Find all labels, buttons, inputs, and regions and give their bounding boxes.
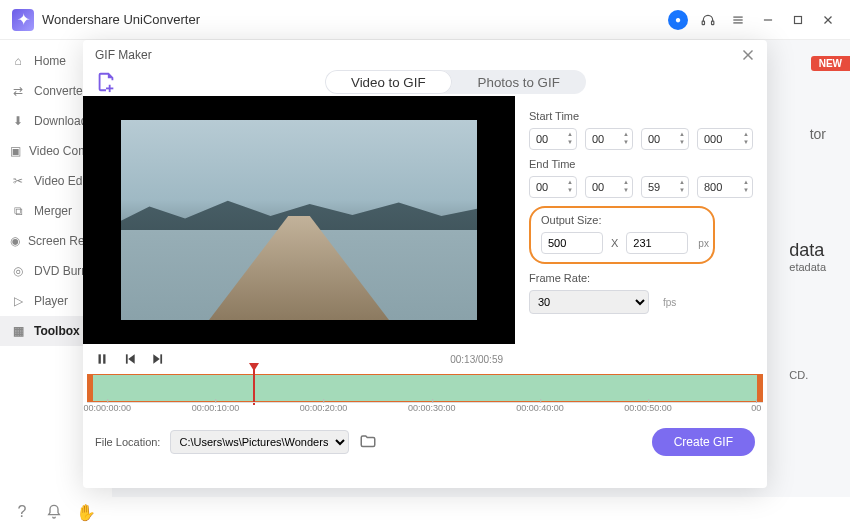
dimension-separator: X [611,237,618,249]
ruler-tick: 00 [751,403,761,413]
file-location-label: File Location: [95,436,160,448]
mode-tabs: Video to GIF Photos to GIF [325,70,586,94]
background-text: tor data etadata CD. [789,206,826,381]
pause-icon[interactable] [95,352,109,366]
spin-down-icon[interactable]: ▼ [565,187,575,195]
spin-down-icon[interactable]: ▼ [621,187,631,195]
svg-rect-16 [160,354,162,363]
headset-icon[interactable] [698,10,718,30]
app-logo: ✦ [12,9,34,31]
record-icon: ◉ [10,233,20,249]
tab-photos-to-gif[interactable]: Photos to GIF [452,70,586,94]
spin-down-icon[interactable]: ▼ [621,139,631,147]
output-size-label: Output Size: [541,214,703,226]
close-window-icon[interactable] [818,10,838,30]
fps-unit: fps [663,297,676,308]
folder-icon[interactable] [359,433,377,451]
create-gif-button[interactable]: Create GIF [652,428,755,456]
framerate-label: Frame Rate: [529,272,753,284]
playhead[interactable] [253,367,255,405]
output-height-input[interactable] [626,232,688,254]
spin-up-icon[interactable]: ▲ [677,131,687,139]
end-time-label: End Time [529,158,753,170]
px-unit: px [698,238,709,249]
framerate-select[interactable]: 30 [529,290,649,314]
svg-rect-15 [126,354,128,363]
app-title: Wondershare UniConverter [42,12,200,27]
menu-icon[interactable] [728,10,748,30]
output-size-group: Output Size: X px [529,206,715,264]
start-time-label: Start Time [529,110,753,122]
svg-rect-1 [712,21,714,25]
merge-icon: ⧉ [10,203,26,219]
spin-up-icon[interactable]: ▲ [741,131,751,139]
svg-rect-12 [106,88,113,90]
ruler-tick: 00:00:30:00 [408,403,456,413]
next-frame-icon[interactable] [151,352,165,366]
file-location-select[interactable]: C:\Users\ws\Pictures\Wonders [170,430,349,454]
ruler-tick: 00:00:50:00 [624,403,672,413]
ruler-tick: 00:00:00:00 [83,403,131,413]
ruler-tick: 00:00:20:00 [300,403,348,413]
spin-up-icon[interactable]: ▲ [677,179,687,187]
sidebar-item-label: Player [34,294,68,308]
home-icon: ⌂ [10,53,26,69]
spin-up-icon[interactable]: ▲ [621,179,631,187]
spin-down-icon[interactable]: ▼ [677,187,687,195]
account-avatar-icon[interactable]: ● [668,10,688,30]
gif-maker-modal: GIF Maker Video to GIF Photos to GIF 00:… [83,40,767,488]
compress-icon: ▣ [10,143,21,159]
output-width-input[interactable] [541,232,603,254]
add-file-icon[interactable] [95,71,117,93]
scissors-icon: ✂ [10,173,26,189]
timeline-ruler: 00:00:00:00 00:00:10:00 00:00:20:00 00:0… [87,402,763,422]
maximize-icon[interactable] [788,10,808,30]
disc-icon: ◎ [10,263,26,279]
spin-up-icon[interactable]: ▲ [741,179,751,187]
time-display: 00:13/00:59 [450,354,503,365]
help-icon[interactable]: ? [14,504,30,520]
svg-rect-0 [702,21,704,25]
bell-icon[interactable] [46,504,62,520]
spin-down-icon[interactable]: ▼ [565,139,575,147]
svg-rect-6 [795,16,802,23]
minimize-icon[interactable] [758,10,778,30]
convert-icon: ⇄ [10,83,26,99]
svg-rect-13 [99,354,101,363]
grid-icon: ▦ [10,323,26,339]
feedback-icon[interactable]: ✋ [78,504,94,520]
play-icon: ▷ [10,293,26,309]
video-preview[interactable] [83,96,515,344]
ruler-tick: 00:00:10:00 [192,403,240,413]
modal-title: GIF Maker [95,48,739,62]
spin-up-icon[interactable]: ▲ [621,131,631,139]
sidebar-item-label: Merger [34,204,72,218]
sidebar-item-label: Home [34,54,66,68]
ruler-tick: 00:00:40:00 [516,403,564,413]
spin-down-icon[interactable]: ▼ [741,187,751,195]
close-icon[interactable] [739,46,757,64]
spin-down-icon[interactable]: ▼ [677,139,687,147]
spin-up-icon[interactable]: ▲ [565,179,575,187]
download-icon: ⬇ [10,113,26,129]
prev-frame-icon[interactable] [123,352,137,366]
spin-down-icon[interactable]: ▼ [741,139,751,147]
sidebar-item-label: Toolbox [34,324,80,338]
svg-rect-14 [103,354,105,363]
spin-up-icon[interactable]: ▲ [565,131,575,139]
timeline-track[interactable] [87,374,763,402]
sidebar-item-label: Converter [34,84,87,98]
tab-video-to-gif[interactable]: Video to GIF [325,70,452,94]
new-badge: NEW [811,56,850,71]
